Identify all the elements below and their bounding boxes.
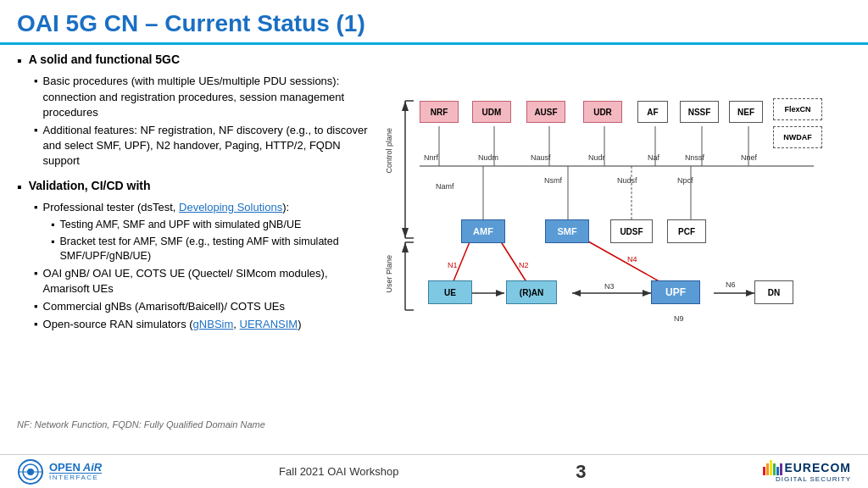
nrf-box: NRF <box>420 101 459 123</box>
eurecom-text: EURECOM <box>784 461 851 474</box>
section2-sub4: Open-source RAN simulators (gNBSim, UERA… <box>34 317 373 332</box>
svg-text:Namf: Namf <box>436 182 454 191</box>
section2-sub1: Professional tester (dsTest, Developing … <box>34 200 373 215</box>
smf-box: SMF <box>545 219 589 243</box>
svg-text:Nudr: Nudr <box>588 153 605 162</box>
section2-subsub1: Testing AMF, SMF and UPF with simulated … <box>51 218 373 233</box>
interface-text: INTERFACE <box>49 473 102 481</box>
nwdaf-box: NWDAF <box>773 126 822 148</box>
section2-sub2: OAI gNB/ OAI UE, COTS UE (Quectel/ SIMco… <box>34 266 373 297</box>
section2-main: Validation, CI/CD with <box>17 178 373 197</box>
udr-box: UDR <box>583 101 622 123</box>
svg-text:N4: N4 <box>627 255 637 263</box>
eurecom-sub-text: DIGITAL SECURITY <box>776 475 851 483</box>
section2-sub3: Commercial gNBs (Amarisoft/Baicell)/ COT… <box>34 299 373 314</box>
section1-sub1: Basic procedures (with multiple UEs/mult… <box>34 74 373 120</box>
nef-box: NEF <box>729 101 763 123</box>
svg-marker-46 <box>402 228 409 238</box>
openair-logo-text: OPEN AiR INTERFACE <box>49 462 102 481</box>
svg-text:N1: N1 <box>448 261 458 269</box>
svg-marker-3 <box>402 101 409 111</box>
control-plane-label: Control plane <box>385 128 393 174</box>
svg-text:Nudsf: Nudsf <box>617 176 637 185</box>
footer-page-number: 3 <box>576 461 586 483</box>
ueransim-link[interactable]: UERANSIM <box>240 318 298 330</box>
svg-text:N9: N9 <box>674 314 684 323</box>
user-plane-label: User Plane <box>385 255 393 293</box>
open-text: OPEN <box>49 462 81 473</box>
dn-box: DN <box>754 280 793 304</box>
section2-subsub2: Bracket test for AMF, SMF (e.g., testing… <box>51 235 373 264</box>
svg-marker-47 <box>402 242 409 252</box>
af-box: AF <box>637 101 668 123</box>
svg-text:Nsmf: Nsmf <box>544 176 562 185</box>
svg-marker-39 <box>572 290 581 297</box>
ausf-box: AUSF <box>526 101 565 123</box>
svg-text:Npcf: Npcf <box>677 176 693 185</box>
main-content: A solid and functional 5GC Basic procedu… <box>0 45 868 418</box>
developing-solutions-link[interactable]: Developing Solutions <box>179 201 282 214</box>
section1-sub2: Additional features: NF registration, NF… <box>34 123 373 169</box>
footer-logo-left: OPEN AiR INTERFACE <box>17 458 102 485</box>
footer-event: Fall 2021 OAI Workshop <box>279 465 398 478</box>
upf-box: UPF <box>651 280 700 304</box>
section-2: Validation, CI/CD with Professional test… <box>17 178 373 333</box>
udm-box: UDM <box>472 101 511 123</box>
ran-box: (R)AN <box>506 280 557 304</box>
footer-note: NF: Network Function, FQDN: Fully Qualif… <box>0 418 868 431</box>
ue-box: UE <box>428 280 472 304</box>
svg-text:N2: N2 <box>519 261 529 269</box>
svg-marker-45 <box>496 290 504 297</box>
svg-marker-38 <box>643 290 651 297</box>
diagram-container: Nnrf Nudm Nausf Nudr Naf Nnssf Nnef <box>381 52 839 340</box>
eurecom-logo: EURECOM DIGITAL SECURITY <box>763 460 851 483</box>
udsf-box: UDSF <box>610 219 653 243</box>
svg-text:Nudm: Nudm <box>478 153 498 162</box>
left-column: A solid and functional 5GC Basic procedu… <box>17 52 373 418</box>
air-text: AiR <box>83 462 102 473</box>
page-title: OAI 5G CN – Current Status (1) <box>17 10 851 37</box>
svg-text:Nnrf: Nnrf <box>424 153 439 162</box>
network-diagram: Nnrf Nudm Nausf Nudr Naf Nnssf Nnef <box>381 52 858 418</box>
svg-text:Nnef: Nnef <box>741 153 758 162</box>
svg-text:Nausf: Nausf <box>531 153 551 162</box>
gnbsim-link[interactable]: gNBSim <box>193 318 234 330</box>
section-1: A solid and functional 5GC Basic procedu… <box>17 52 373 169</box>
svg-text:Naf: Naf <box>648 153 660 162</box>
page-header: OAI 5G CN – Current Status (1) <box>0 0 868 45</box>
svg-marker-42 <box>746 290 754 297</box>
nssf-box: NSSF <box>680 101 719 123</box>
openair-icon <box>17 458 44 485</box>
flexcn-box: FlexCN <box>773 98 822 120</box>
pcf-box: PCF <box>667 219 706 243</box>
footer-bar: OPEN AiR INTERFACE Fall 2021 OAI Worksho… <box>0 454 868 488</box>
svg-text:Nnssf: Nnssf <box>685 153 705 162</box>
amf-box: AMF <box>461 219 505 243</box>
svg-text:N6: N6 <box>726 280 736 289</box>
section1-main: A solid and functional 5GC <box>17 52 373 70</box>
svg-text:N3: N3 <box>604 282 615 291</box>
